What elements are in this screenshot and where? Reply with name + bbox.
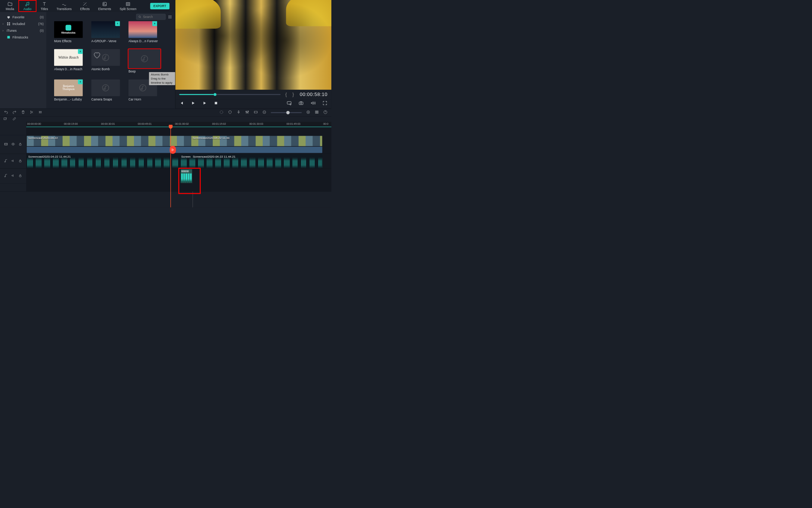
svg-rect-36 [315,111,316,114]
tab-elements[interactable]: Elements [94,0,116,12]
chevron-right-icon: › [2,22,4,26]
audio-track-icon [4,174,8,179]
text-icon [42,1,47,7]
voiceover-icon[interactable] [237,110,241,115]
svg-point-45 [172,150,172,151]
video-clip[interactable]: Screencast 2020-04-22 Screencast2020-04-… [27,136,322,146]
svg-rect-46 [19,161,21,162]
ruler-tick: 00:00:15:00 [64,123,78,126]
tab-media[interactable]: Media [1,0,19,12]
thumb: Benjamin Thompson [54,80,83,96]
step-back-button[interactable] [179,101,184,106]
card-forever[interactable]: Always D…n Forever [128,21,159,43]
folder-icon [7,1,13,7]
card-atomic-bomb[interactable]: Atomic Bomb [91,49,122,74]
card-camera-snaps[interactable]: Camera Snaps [91,80,122,101]
card-within-reach[interactable]: Within Reach Always D…in Reach [54,49,85,74]
mute-icon[interactable] [11,174,15,179]
tab-audio[interactable]: Audio [18,0,36,12]
sidebar-item-filmstocks[interactable]: Filmstocks [0,34,47,41]
lock-icon[interactable] [18,174,22,179]
search-box[interactable] [136,14,166,20]
sidebar-item-favorite[interactable]: Favorite (0) [0,14,47,21]
filmstocks-logo-icon [66,25,71,30]
music-note-icon [25,1,30,7]
add-media-icon[interactable] [3,117,7,122]
split-icon[interactable] [29,110,34,115]
video-clip-audio-band[interactable] [27,147,322,153]
download-icon[interactable] [115,21,120,26]
delete-icon[interactable] [21,110,25,115]
svg-point-31 [247,112,247,113]
svg-point-10 [171,15,172,16]
card-more-effects[interactable]: filmstocks More Effects [54,21,85,43]
tab-split-screen[interactable]: Split Screen [115,0,141,12]
card-label: Benjamin…- Lullaby [54,96,85,101]
volume-icon[interactable] [310,100,316,107]
svg-point-7 [139,16,140,17]
download-icon[interactable] [78,49,83,54]
thumb [91,80,120,96]
sidebar-item-included[interactable]: › Included (76) [0,21,47,27]
transitions-icon [62,1,67,7]
card-label: A-GROUP - Verve [91,38,122,43]
redo-icon[interactable] [12,110,16,115]
svg-rect-3 [7,22,8,24]
thumb-text: Thompson [62,88,75,91]
svg-point-20 [140,84,146,91]
zoom-in-icon[interactable] [306,110,310,115]
mute-icon[interactable] [11,159,15,164]
zoom-out-icon[interactable] [262,110,266,115]
tab-titles[interactable]: Titles [37,0,53,12]
fullscreen-icon[interactable] [322,100,328,107]
tab-label: Titles [41,7,48,11]
fit-icon[interactable] [254,110,258,115]
card-beep[interactable]: Beep [128,49,159,74]
card-verve[interactable]: A-GROUP - Verve [91,21,122,43]
tab-transitions[interactable]: Transitions [52,0,76,12]
search-input[interactable] [143,15,162,19]
export-button[interactable]: EXPORT [150,3,169,9]
sidebar-item-itunes[interactable]: › iTunes (0) [0,27,47,34]
undo-icon[interactable] [4,110,8,115]
svg-point-16 [171,18,172,18]
lock-icon[interactable] [18,159,22,164]
download-icon[interactable] [152,21,157,26]
ruler-tick: 00:0 [323,123,328,126]
manage-tracks-icon[interactable] [315,110,319,115]
snapshot-icon[interactable] [299,100,304,107]
render-icon[interactable] [219,110,224,115]
view-toggle-icon[interactable] [168,15,172,19]
svg-rect-40 [4,118,6,120]
display-settings-icon[interactable] [287,100,292,107]
beep-clip[interactable]: BBBBB [181,169,192,183]
stop-button[interactable] [213,101,218,106]
thumb [91,49,120,66]
playback-scrubber[interactable] [179,94,280,95]
svg-point-32 [248,111,249,112]
svg-point-8 [169,15,169,16]
crop-icon[interactable] [38,110,42,115]
download-icon[interactable] [78,80,83,84]
svg-point-14 [169,18,169,18]
play-pause-button[interactable] [191,101,196,106]
timeline-ruler[interactable]: 00:00:00:00 00:00:15:00 00:00:30:01 00:0… [26,122,331,127]
help-icon[interactable] [323,110,327,115]
marker-icon[interactable] [228,110,232,115]
mixer-icon[interactable] [245,110,249,115]
audio-clip[interactable]: Screencast2020-04-22 11.44.21 Screen Scr… [27,154,322,168]
playhead[interactable] [171,127,171,207]
tab-effects[interactable]: Effects [76,0,94,12]
lock-icon[interactable] [18,142,22,147]
card-benjamin[interactable]: Benjamin Thompson Benjamin…- Lullaby [54,80,85,101]
svg-point-12 [170,16,171,17]
zoom-slider[interactable] [271,112,302,113]
visibility-icon[interactable] [11,142,15,147]
heart-outline-icon[interactable] [93,50,101,59]
card-label: Atomic Bomb [91,66,122,71]
link-icon[interactable] [12,117,16,122]
svg-point-11 [169,16,169,17]
thumb-text: Within Reach [58,55,79,59]
play-button[interactable] [202,101,207,106]
thumb [91,21,120,38]
